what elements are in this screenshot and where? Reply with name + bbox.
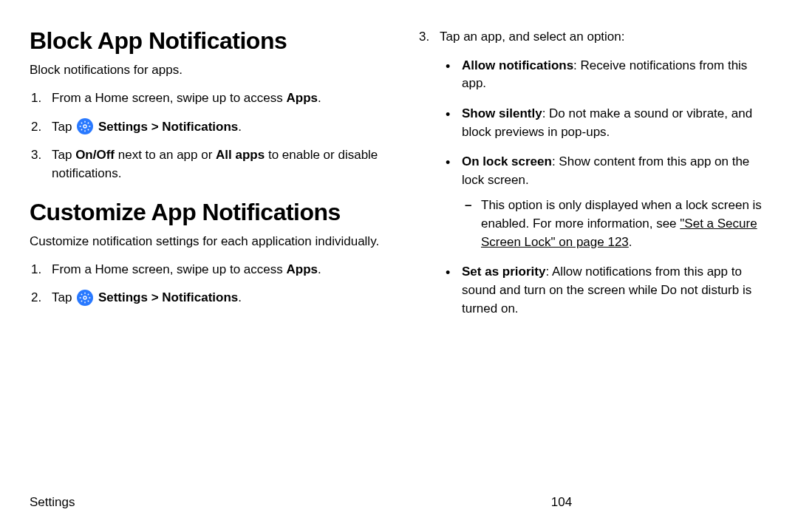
steps-list: From a Home screen, swipe up to access A… [30,89,381,183]
sub-option-text: . [629,235,632,249]
intro-text: Block notifications for apps. [30,61,381,79]
step-bold: All apps [216,148,265,162]
settings-icon [77,118,93,134]
option-item: Allow notifications: Receive notificatio… [440,57,768,93]
settings-icon [77,290,93,306]
footer-section-label: Settings [30,495,355,510]
step-text: . [318,262,321,276]
option-item: Set as priority: Allow notifications fro… [440,263,768,318]
option-item: Show silently: Do not make a sound or vi… [440,105,768,141]
option-title: On lock screen [462,154,552,168]
heading-block-app-notifications: Block App Notifications [30,28,381,54]
left-column: Block App Notifications Block notificati… [30,28,381,330]
sub-option-item: This option is only displayed when a loc… [462,197,768,251]
customize-app-notifications-section: Customize App Notifications Customize no… [30,200,381,307]
step-item: Tap Settings > Notifications. [30,289,381,307]
footer-page-number: 104 [355,495,768,510]
heading-customize-app-notifications: Customize App Notifications [30,200,381,225]
step-text: Tap [52,148,75,162]
step-item: Tap On/Off next to an app or All apps to… [30,146,381,183]
option-title: Allow notifications [462,58,573,72]
sub-options-list: This option is only displayed when a loc… [462,197,768,251]
step-item: Tap an app, and select an option: Allow … [417,28,768,318]
step-text: Tap an app, and select an option: [440,30,624,44]
step-text: Tap [52,290,75,304]
steps-list-continued: Tap an app, and select an option: Allow … [417,28,768,318]
step-text: Tap [52,120,75,134]
step-text: From a Home screen, swipe up to access [52,91,286,105]
step-bold: Apps [286,91,318,105]
step-text: . [238,120,242,134]
options-list: Allow notifications: Receive notificatio… [440,57,768,318]
option-title: Set as priority [462,265,545,279]
step-text: next to an app or [115,148,216,162]
steps-list: From a Home screen, swipe up to access A… [30,261,381,307]
option-title: Show silently [462,106,542,120]
step-bold: Settings > Notifications [98,290,238,304]
block-app-notifications-section: Block App Notifications Block notificati… [30,28,381,183]
step-item: From a Home screen, swipe up to access A… [30,89,381,108]
step-text: . [238,290,242,304]
intro-text: Customize notification settings for each… [30,233,381,250]
step-text: From a Home screen, swipe up to access [52,262,286,276]
page-footer: Settings 104 [30,495,768,510]
step-item: Tap Settings > Notifications. [30,118,381,137]
step-bold: On/Off [75,148,115,162]
step-text: . [318,91,321,105]
option-item: On lock screen: Show content from this a… [440,153,768,251]
step-item: From a Home screen, swipe up to access A… [30,261,381,279]
svg-point-1 [83,296,86,299]
right-column: Tap an app, and select an option: Allow … [417,28,768,330]
step-bold: Settings > Notifications [98,120,238,134]
svg-point-0 [83,125,86,128]
step-bold: Apps [286,262,318,276]
